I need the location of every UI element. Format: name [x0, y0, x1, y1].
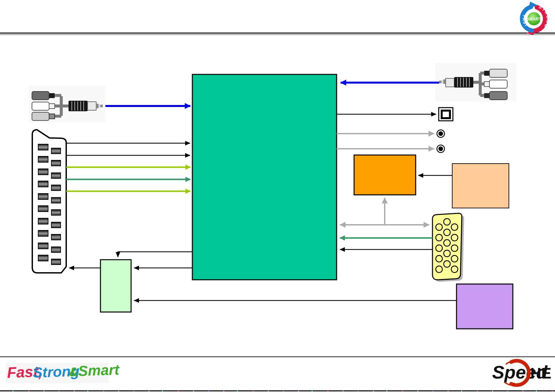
tagline-word-smart: Smart [78, 361, 120, 379]
slide: STRONG FAST SMART [0, 0, 555, 392]
vga-connector-icon [432, 213, 464, 282]
purple-block [457, 284, 513, 329]
round-jack-icon-2 [437, 145, 445, 153]
footer-brand-logo: Speed HE [492, 361, 551, 385]
square-jack-icon [439, 108, 453, 121]
main-block [192, 74, 337, 280]
peach-block [452, 164, 509, 208]
tagline-word-amp: & [69, 365, 78, 379]
green-block [100, 260, 131, 312]
footer-tagline-logo: Fast, Strong & Smart [6, 360, 120, 383]
round-jack-icon-1 [437, 130, 445, 138]
orange-block [354, 155, 416, 195]
emblem-smart-label: SMART [526, 17, 541, 21]
diagram-canvas: STRONG FAST SMART [0, 0, 555, 392]
brand-he-label: HE [530, 365, 551, 382]
right-av-cable-icon [435, 63, 516, 101]
arrow-main-to-green-block-top [118, 252, 192, 257]
header-emblem-logo: STRONG FAST SMART [521, 2, 550, 35]
left-av-cable-icon [29, 86, 105, 122]
scart-connector-icon [32, 130, 66, 273]
